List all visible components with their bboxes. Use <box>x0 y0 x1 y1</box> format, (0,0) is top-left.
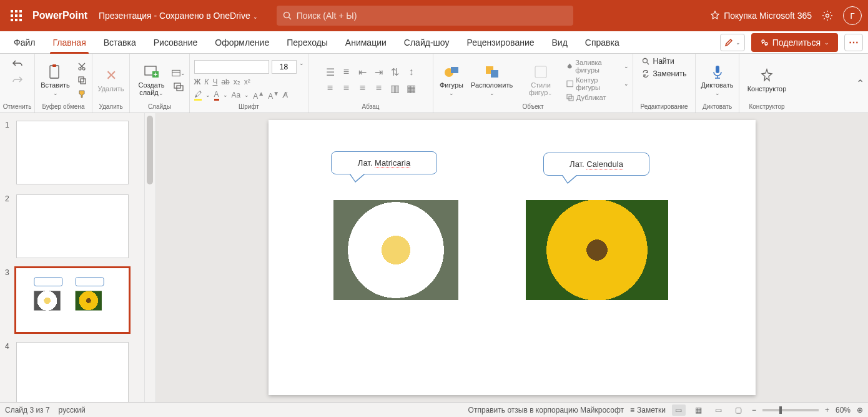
thumbnails-scrollbar[interactable] <box>145 113 156 402</box>
tab-home[interactable]: Главная <box>44 31 94 54</box>
document-title[interactable]: Презентация - Сохранено в OneDrive ⌄ <box>99 11 258 21</box>
slide-canvas[interactable]: Лат. Matricaria Лат. Calendula <box>269 120 756 395</box>
scrollbar-thumb[interactable] <box>147 116 153 184</box>
find-button[interactable]: Найти <box>642 57 674 66</box>
title-bar: PowerPoint Презентация - Сохранено в One… <box>0 0 868 31</box>
shape-fill-button[interactable]: Заливка фигуры⌄ <box>566 59 629 74</box>
subscript-button[interactable]: x₂ <box>234 78 240 86</box>
editing-mode-button[interactable]: ⌄ <box>720 34 745 51</box>
shape-styles-button[interactable]: Стили фигур⌄ <box>518 63 564 98</box>
svg-rect-31 <box>567 81 573 86</box>
delete-button[interactable]: ✕ Удалить <box>96 66 127 94</box>
superscript-button[interactable]: x² <box>244 78 250 86</box>
cut-button[interactable] <box>75 60 89 73</box>
strikethrough-button[interactable]: ab <box>221 78 229 86</box>
bullets-button[interactable]: ☰ <box>323 65 337 79</box>
tab-slideshow[interactable]: Слайд-шоу <box>395 31 458 54</box>
redo-button[interactable] <box>11 73 24 86</box>
shape-outline-button[interactable]: Контур фигуры⌄ <box>566 76 629 91</box>
numbering-button[interactable]: ≡ <box>340 65 353 79</box>
image-matricaria[interactable] <box>333 200 458 300</box>
grow-font-button[interactable]: A▲ <box>253 90 264 101</box>
dictate-button[interactable]: Диктовать⌄ <box>699 63 736 98</box>
clear-formatting-button[interactable]: A̸ <box>283 91 288 99</box>
save-state: Сохранено в OneDrive <box>159 11 250 21</box>
replace-button[interactable]: Заменить <box>642 69 687 78</box>
line-spacing-button[interactable]: ⇅ <box>388 65 402 79</box>
underline-button[interactable]: Ч <box>212 78 217 86</box>
font-size-input[interactable] <box>272 60 297 74</box>
svg-rect-0 <box>11 10 13 13</box>
slide-thumbnail-2[interactable] <box>16 194 129 258</box>
callout-shape-2[interactable]: Лат. Calendula <box>543 153 649 176</box>
buy-microsoft-365-button[interactable]: Покупка Microsoft 365 <box>710 11 812 21</box>
callout-shape-1[interactable]: Лат. Matricaria <box>331 151 437 174</box>
tab-file[interactable]: Файл <box>5 31 44 54</box>
language-status[interactable]: русский <box>59 406 86 414</box>
highlight-color-button[interactable]: 🖍 <box>194 90 202 101</box>
app-launcher-icon[interactable] <box>6 6 26 26</box>
slide-thumbnail-3[interactable] <box>16 268 129 332</box>
tab-review[interactable]: Рецензирование <box>458 31 543 54</box>
slide-thumbnail-4[interactable] <box>16 342 129 402</box>
text-direction-button[interactable]: ↕ <box>405 65 418 79</box>
align-right-button[interactable]: ≡ <box>356 81 370 95</box>
columns-button[interactable]: ▥ <box>388 81 402 95</box>
decrease-indent-button[interactable]: ⇤ <box>356 65 370 79</box>
collapse-ribbon-button[interactable]: ⌃ <box>856 78 864 89</box>
clipboard-group-label: Буфер обмена <box>42 103 85 111</box>
tab-animations[interactable]: Анимации <box>337 31 395 54</box>
font-family-input[interactable] <box>194 60 269 74</box>
slide-thumbnail-1[interactable] <box>16 121 129 184</box>
zoom-slider[interactable] <box>762 409 819 411</box>
user-avatar[interactable]: Г <box>843 6 862 25</box>
increase-indent-button[interactable]: ⇥ <box>372 65 386 79</box>
image-calendula[interactable] <box>526 200 668 300</box>
duplicate-shape-button[interactable]: Дубликат <box>566 94 629 101</box>
tab-transitions[interactable]: Переходы <box>278 31 337 54</box>
reading-view-button[interactable]: ▭ <box>712 404 726 416</box>
align-left-button[interactable]: ≡ <box>323 81 337 95</box>
notes-button[interactable]: ≡ Заметки <box>630 406 666 414</box>
zoom-level[interactable]: 60% <box>836 406 851 414</box>
paste-button[interactable]: Вставить⌄ <box>38 63 72 98</box>
tab-design[interactable]: Оформление <box>206 31 278 54</box>
arrange-button[interactable]: Расположить⌄ <box>468 63 515 98</box>
doc-name: Презентация <box>99 11 152 21</box>
new-slide-button[interactable]: Создать слайд⌄ <box>134 63 169 98</box>
bold-button[interactable]: Ж <box>194 78 201 86</box>
align-center-button[interactable]: ≡ <box>340 81 353 95</box>
designer-button[interactable]: Конструктор <box>745 66 789 94</box>
italic-button[interactable]: К <box>204 78 209 86</box>
search-input[interactable]: Поиск (Alt + Ы) <box>277 6 573 26</box>
change-case-button[interactable]: Aa <box>232 91 241 99</box>
buy-label: Покупка Microsoft 365 <box>724 11 812 21</box>
svg-rect-5 <box>19 14 22 17</box>
layout-button[interactable]: ⌄ <box>172 67 185 79</box>
svg-rect-36 <box>716 66 719 73</box>
copy-button[interactable] <box>75 74 89 86</box>
more-options-button[interactable]: ⋯ <box>844 34 863 51</box>
font-color-button[interactable]: A <box>214 90 219 101</box>
shapes-button[interactable]: Фигуры⌄ <box>437 63 466 98</box>
shrink-font-button[interactable]: A▼ <box>268 90 279 101</box>
feedback-link[interactable]: Отправить отзыв в корпорацию Майкрософт <box>468 406 624 414</box>
tab-draw[interactable]: Рисование <box>145 31 207 54</box>
tab-view[interactable]: Вид <box>543 31 576 54</box>
tab-insert[interactable]: Вставка <box>95 31 145 54</box>
slide-counter[interactable]: Слайд 3 из 7 <box>5 406 50 414</box>
fit-to-window-button[interactable]: ⊕ <box>857 406 863 414</box>
zoom-out-button[interactable]: − <box>752 406 756 414</box>
undo-button[interactable] <box>11 57 24 69</box>
zoom-in-button[interactable]: + <box>825 406 829 414</box>
share-button[interactable]: Поделиться ⌄ <box>751 33 838 52</box>
settings-icon[interactable] <box>822 10 833 21</box>
justify-button[interactable]: ≡ <box>372 81 386 95</box>
slide-sorter-view-button[interactable]: ▦ <box>692 404 706 416</box>
convert-smartart-button[interactable]: ▦ <box>405 81 418 95</box>
duplicate-slide-button[interactable] <box>172 81 185 93</box>
tab-help[interactable]: Справка <box>576 31 628 54</box>
slideshow-view-button[interactable]: ▢ <box>732 404 746 416</box>
normal-view-button[interactable]: ▭ <box>672 404 686 416</box>
format-painter-button[interactable] <box>75 88 89 100</box>
